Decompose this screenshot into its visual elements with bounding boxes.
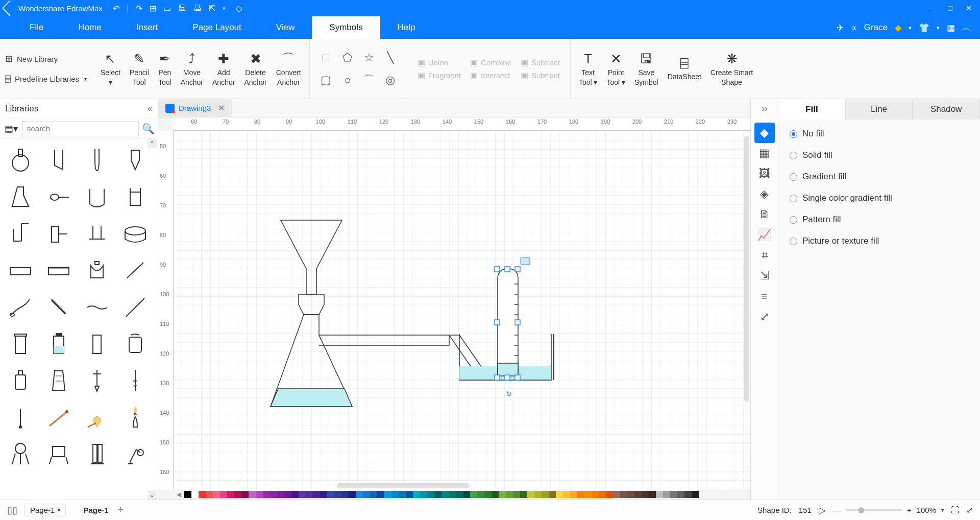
sidestrip-tool-1[interactable]: ▦ xyxy=(754,143,775,163)
color-swatch[interactable] xyxy=(584,491,592,498)
color-swatch[interactable] xyxy=(413,491,420,498)
canvas-scrollbar-horizontal[interactable] xyxy=(337,483,470,488)
horizontal-ruler[interactable]: 6070809010011012013014015016017018019020… xyxy=(174,117,750,131)
shape-button[interactable]: ⌒ xyxy=(362,73,376,87)
library-shape[interactable] xyxy=(80,400,114,433)
color-swatch[interactable] xyxy=(563,491,570,498)
fullscreen-icon[interactable]: ⤢ xyxy=(966,505,973,515)
shape-button[interactable]: ☆ xyxy=(362,51,376,65)
library-shape[interactable] xyxy=(41,400,76,433)
color-swatch[interactable] xyxy=(249,491,256,498)
color-swatch[interactable] xyxy=(656,491,663,498)
library-scroll[interactable]: ⌃ ⌄ xyxy=(0,139,158,500)
color-swatch[interactable] xyxy=(620,491,627,498)
color-swatch[interactable] xyxy=(484,491,492,498)
scroll-down-icon[interactable]: ⌄ xyxy=(148,490,157,500)
ribbon-point[interactable]: ✕PointTool ▾ xyxy=(602,50,629,88)
color-swatch[interactable] xyxy=(492,491,499,498)
undo-icon[interactable]: ↶ xyxy=(113,4,119,13)
sidestrip-tool-0[interactable]: ◆ xyxy=(754,123,775,143)
grid-icon[interactable]: ▦ xyxy=(947,22,955,33)
sidestrip-tool-3[interactable]: ◈ xyxy=(754,184,775,204)
library-shape[interactable] xyxy=(3,400,37,433)
library-shape[interactable] xyxy=(118,217,153,249)
library-shape[interactable] xyxy=(80,217,114,249)
fill-option-2[interactable]: Gradient fill xyxy=(790,172,969,182)
library-shape[interactable] xyxy=(3,364,37,396)
color-swatch[interactable] xyxy=(442,491,449,498)
premium-icon[interactable]: ◆ xyxy=(895,22,901,33)
sidestrip-tool-4[interactable]: 🗎 xyxy=(754,204,775,225)
vertical-ruler[interactable]: 5060708090100110120130140150160 xyxy=(158,131,174,489)
color-swatch[interactable] xyxy=(599,491,606,498)
ribbon-create-smart[interactable]: ❋Create SmartShape xyxy=(706,50,757,88)
color-swatch[interactable] xyxy=(606,491,613,498)
prop-tab-line[interactable]: Line xyxy=(846,99,913,120)
zoom-out-button[interactable]: — xyxy=(833,506,841,514)
shape-button[interactable]: ╲ xyxy=(383,51,398,65)
color-swatch[interactable] xyxy=(570,491,577,498)
predefine-libraries-button[interactable]: ⌸Predefine Libraries▾ xyxy=(4,72,88,86)
sidestrip-tool-8[interactable]: ≡ xyxy=(754,286,775,306)
tool-move[interactable]: ⤴ MoveAnchor xyxy=(177,50,207,88)
color-swatch[interactable] xyxy=(377,491,384,498)
color-swatch[interactable] xyxy=(613,491,620,498)
tool-select[interactable]: ↖ Select ▾ xyxy=(96,50,125,88)
zoom-slider[interactable] xyxy=(846,509,902,511)
shape-button[interactable]: □ xyxy=(319,51,333,65)
color-swatch[interactable] xyxy=(649,491,656,498)
open-icon[interactable]: ▭ xyxy=(163,4,171,13)
maximize-button[interactable]: □ xyxy=(948,4,952,12)
library-shape[interactable] xyxy=(41,437,76,470)
sidestrip-tool-2[interactable]: 🖼 xyxy=(754,163,775,184)
new-icon[interactable]: ⊞ xyxy=(150,4,156,13)
color-swatch[interactable] xyxy=(270,491,277,498)
send-icon[interactable]: ✈ xyxy=(837,22,844,33)
color-swatch[interactable] xyxy=(284,491,291,498)
library-shape[interactable] xyxy=(118,364,153,396)
color-swatch[interactable] xyxy=(384,491,391,498)
library-shape[interactable] xyxy=(3,290,37,323)
color-swatch[interactable] xyxy=(449,491,456,498)
export-icon[interactable]: ⇱ xyxy=(209,4,215,13)
drawing-canvas[interactable]: ↻ xyxy=(174,131,750,489)
library-search-input[interactable] xyxy=(22,121,139,136)
redo-icon[interactable]: ↷ xyxy=(136,4,142,13)
library-shape[interactable] xyxy=(41,253,76,286)
color-swatch[interactable] xyxy=(299,491,306,498)
library-shape[interactable] xyxy=(80,180,114,212)
color-swatch[interactable] xyxy=(670,491,677,498)
color-swatch[interactable] xyxy=(256,491,263,498)
menu-view[interactable]: View xyxy=(259,16,312,39)
library-shape[interactable] xyxy=(41,290,76,323)
color-swatch[interactable] xyxy=(334,491,341,498)
page-layout-icon[interactable]: ▯▯ xyxy=(7,505,17,516)
color-swatch[interactable] xyxy=(434,491,442,498)
sidestrip-tool-9[interactable]: ⤢ xyxy=(754,306,775,327)
fill-option-0[interactable]: No fill xyxy=(790,129,969,139)
color-swatch[interactable] xyxy=(191,491,199,498)
tool-convert[interactable]: ⌒ ConvertAnchor xyxy=(272,50,305,88)
page-selector-dropdown[interactable]: Page-1▾ xyxy=(24,504,66,516)
library-shape[interactable] xyxy=(80,143,114,176)
sidestrip-tool-5[interactable]: 📈 xyxy=(754,225,775,245)
document-tab[interactable]: Drawing3 ✕ xyxy=(158,99,232,117)
color-swatch[interactable] xyxy=(327,491,334,498)
color-swatch[interactable] xyxy=(477,491,484,498)
close-button[interactable]: ✕ xyxy=(966,4,972,12)
new-library-button[interactable]: ⊞New Library xyxy=(4,51,88,66)
menu-page-layout[interactable]: Page Layout xyxy=(175,16,258,39)
color-swatch[interactable] xyxy=(184,491,191,498)
color-palette-bar[interactable]: ◀ xyxy=(174,489,750,500)
color-swatch[interactable] xyxy=(370,491,377,498)
color-swatch[interactable] xyxy=(592,491,599,498)
minimize-button[interactable]: — xyxy=(928,4,935,12)
shape-icon[interactable]: ◇ xyxy=(236,4,242,13)
color-swatch[interactable] xyxy=(291,491,299,498)
sidestrip-tool-7[interactable]: ⇲ xyxy=(754,266,775,286)
tool-delete[interactable]: ✖ DeleteAnchor xyxy=(240,50,271,88)
library-shape[interactable] xyxy=(118,400,153,433)
fill-option-3[interactable]: Single color gradient fill xyxy=(790,193,969,203)
library-shape[interactable] xyxy=(118,180,153,212)
library-shape[interactable] xyxy=(3,143,37,176)
